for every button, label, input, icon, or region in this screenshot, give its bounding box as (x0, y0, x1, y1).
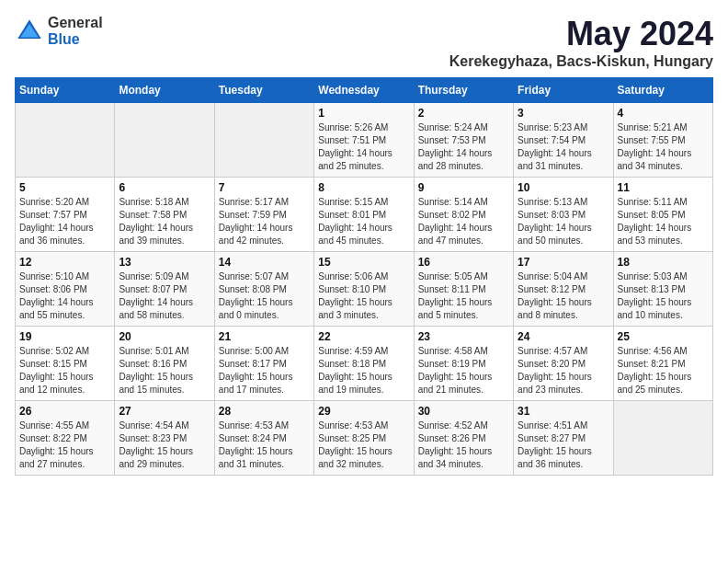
day-cell (115, 103, 214, 178)
week-row-4: 19Sunrise: 5:02 AMSunset: 8:15 PMDayligh… (16, 327, 713, 401)
day-number: 8 (318, 181, 409, 194)
calendar-table: SundayMondayTuesdayWednesdayThursdayFrid… (15, 77, 713, 476)
day-number: 19 (19, 330, 110, 343)
column-header-sunday: Sunday (16, 78, 115, 103)
logo-blue: Blue (48, 31, 103, 48)
logo: General Blue (15, 15, 103, 47)
day-cell: 29Sunrise: 4:53 AMSunset: 8:25 PMDayligh… (314, 401, 414, 476)
day-info: Sunrise: 4:57 AMSunset: 8:20 PMDaylight:… (518, 345, 609, 396)
column-header-saturday: Saturday (613, 78, 712, 103)
day-cell (214, 103, 313, 178)
day-info: Sunrise: 5:06 AMSunset: 8:10 PMDaylight:… (318, 270, 409, 322)
day-cell: 3Sunrise: 5:23 AMSunset: 7:54 PMDaylight… (514, 103, 613, 178)
day-cell: 26Sunrise: 4:55 AMSunset: 8:22 PMDayligh… (16, 401, 115, 476)
day-info: Sunrise: 4:55 AMSunset: 8:22 PMDaylight:… (19, 419, 110, 471)
page-header: General Blue May 2024 Kerekegyhaza, Bacs… (15, 15, 713, 70)
day-number: 14 (219, 256, 310, 269)
day-info: Sunrise: 4:51 AMSunset: 8:27 PMDaylight:… (518, 419, 609, 471)
day-info: Sunrise: 4:54 AMSunset: 8:23 PMDaylight:… (119, 419, 210, 471)
day-info: Sunrise: 4:53 AMSunset: 8:24 PMDaylight:… (219, 419, 310, 471)
header-row: SundayMondayTuesdayWednesdayThursdayFrid… (16, 78, 713, 103)
day-number: 5 (19, 181, 110, 194)
column-header-thursday: Thursday (414, 78, 513, 103)
day-info: Sunrise: 5:01 AMSunset: 8:16 PMDaylight:… (119, 345, 210, 396)
day-info: Sunrise: 5:23 AMSunset: 7:54 PMDaylight:… (518, 121, 609, 173)
day-info: Sunrise: 5:10 AMSunset: 8:06 PMDaylight:… (19, 270, 110, 322)
day-number: 20 (119, 330, 210, 343)
day-info: Sunrise: 5:14 AMSunset: 8:02 PMDaylight:… (418, 196, 509, 247)
day-cell (613, 401, 712, 476)
day-number: 9 (418, 181, 509, 194)
logo-icon (15, 17, 44, 46)
day-number: 11 (618, 181, 709, 194)
day-info: Sunrise: 5:15 AMSunset: 8:01 PMDaylight:… (318, 196, 409, 247)
day-number: 4 (618, 107, 709, 120)
day-number: 27 (119, 405, 210, 418)
day-cell: 14Sunrise: 5:07 AMSunset: 8:08 PMDayligh… (214, 252, 313, 327)
day-info: Sunrise: 5:11 AMSunset: 8:05 PMDaylight:… (618, 196, 709, 247)
day-cell: 10Sunrise: 5:13 AMSunset: 8:03 PMDayligh… (514, 178, 613, 252)
day-info: Sunrise: 5:20 AMSunset: 7:57 PMDaylight:… (19, 196, 110, 247)
day-info: Sunrise: 4:59 AMSunset: 8:18 PMDaylight:… (318, 345, 409, 396)
day-info: Sunrise: 4:53 AMSunset: 8:25 PMDaylight:… (318, 419, 409, 471)
day-number: 22 (318, 330, 409, 343)
day-number: 13 (119, 256, 210, 269)
day-cell: 17Sunrise: 5:04 AMSunset: 8:12 PMDayligh… (514, 252, 613, 327)
column-header-friday: Friday (514, 78, 613, 103)
day-info: Sunrise: 5:09 AMSunset: 8:07 PMDaylight:… (119, 270, 210, 322)
day-info: Sunrise: 5:21 AMSunset: 7:55 PMDaylight:… (618, 121, 709, 173)
day-number: 1 (318, 107, 409, 120)
day-cell: 9Sunrise: 5:14 AMSunset: 8:02 PMDaylight… (414, 178, 513, 252)
day-cell: 6Sunrise: 5:18 AMSunset: 7:58 PMDaylight… (115, 178, 214, 252)
calendar-subtitle: Kerekegyhaza, Bacs-Kiskun, Hungary (449, 53, 713, 70)
day-number: 12 (19, 256, 110, 269)
day-number: 30 (418, 405, 509, 418)
day-number: 21 (219, 330, 310, 343)
day-cell: 21Sunrise: 5:00 AMSunset: 8:17 PMDayligh… (214, 327, 313, 401)
calendar-title: May 2024 (449, 15, 713, 53)
day-cell: 19Sunrise: 5:02 AMSunset: 8:15 PMDayligh… (16, 327, 115, 401)
day-cell: 5Sunrise: 5:20 AMSunset: 7:57 PMDaylight… (16, 178, 115, 252)
day-info: Sunrise: 5:03 AMSunset: 8:13 PMDaylight:… (618, 270, 709, 322)
logo-text: General Blue (48, 15, 103, 47)
day-number: 16 (418, 256, 509, 269)
day-cell: 31Sunrise: 4:51 AMSunset: 8:27 PMDayligh… (514, 401, 613, 476)
day-cell: 23Sunrise: 4:58 AMSunset: 8:19 PMDayligh… (414, 327, 513, 401)
day-number: 31 (518, 405, 609, 418)
day-number: 24 (518, 330, 609, 343)
day-info: Sunrise: 4:52 AMSunset: 8:26 PMDaylight:… (418, 419, 509, 471)
day-info: Sunrise: 5:00 AMSunset: 8:17 PMDaylight:… (219, 345, 310, 396)
day-info: Sunrise: 5:02 AMSunset: 8:15 PMDaylight:… (19, 345, 110, 396)
day-cell: 7Sunrise: 5:17 AMSunset: 7:59 PMDaylight… (214, 178, 313, 252)
day-info: Sunrise: 5:07 AMSunset: 8:08 PMDaylight:… (219, 270, 310, 322)
week-row-1: 1Sunrise: 5:26 AMSunset: 7:51 PMDaylight… (16, 103, 713, 178)
day-cell: 25Sunrise: 4:56 AMSunset: 8:21 PMDayligh… (613, 327, 712, 401)
week-row-2: 5Sunrise: 5:20 AMSunset: 7:57 PMDaylight… (16, 178, 713, 252)
day-number: 25 (618, 330, 709, 343)
day-cell: 2Sunrise: 5:24 AMSunset: 7:53 PMDaylight… (414, 103, 513, 178)
title-block: May 2024 Kerekegyhaza, Bacs-Kiskun, Hung… (449, 15, 713, 70)
logo-general: General (48, 15, 103, 31)
day-cell: 12Sunrise: 5:10 AMSunset: 8:06 PMDayligh… (16, 252, 115, 327)
day-info: Sunrise: 4:56 AMSunset: 8:21 PMDaylight:… (618, 345, 709, 396)
day-cell (16, 103, 115, 178)
day-info: Sunrise: 5:05 AMSunset: 8:11 PMDaylight:… (418, 270, 509, 322)
day-info: Sunrise: 5:04 AMSunset: 8:12 PMDaylight:… (518, 270, 609, 322)
day-number: 26 (19, 405, 110, 418)
day-info: Sunrise: 5:13 AMSunset: 8:03 PMDaylight:… (518, 196, 609, 247)
day-number: 10 (518, 181, 609, 194)
week-row-5: 26Sunrise: 4:55 AMSunset: 8:22 PMDayligh… (16, 401, 713, 476)
column-header-tuesday: Tuesday (214, 78, 313, 103)
day-cell: 18Sunrise: 5:03 AMSunset: 8:13 PMDayligh… (613, 252, 712, 327)
day-info: Sunrise: 5:26 AMSunset: 7:51 PMDaylight:… (318, 121, 409, 173)
day-number: 7 (219, 181, 310, 194)
day-number: 23 (418, 330, 509, 343)
day-cell: 11Sunrise: 5:11 AMSunset: 8:05 PMDayligh… (613, 178, 712, 252)
day-cell: 22Sunrise: 4:59 AMSunset: 8:18 PMDayligh… (314, 327, 414, 401)
day-cell: 15Sunrise: 5:06 AMSunset: 8:10 PMDayligh… (314, 252, 414, 327)
day-cell: 30Sunrise: 4:52 AMSunset: 8:26 PMDayligh… (414, 401, 513, 476)
day-cell: 24Sunrise: 4:57 AMSunset: 8:20 PMDayligh… (514, 327, 613, 401)
day-number: 29 (318, 405, 409, 418)
day-number: 6 (119, 181, 210, 194)
day-number: 3 (518, 107, 609, 120)
